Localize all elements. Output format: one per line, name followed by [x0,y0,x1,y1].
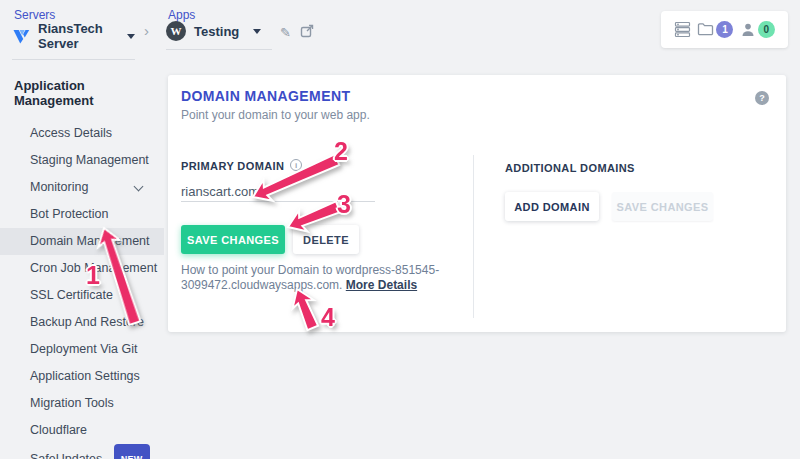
sidebar-title: Application Management [0,60,164,108]
sidebar-item-domain-management[interactable]: Domain Management [0,228,164,255]
help-icon[interactable]: ? [755,91,769,105]
sidebar-item-cloudflare[interactable]: Cloudflare [0,417,164,444]
edit-app-icon[interactable]: ✎ [280,25,291,40]
team-count-badge: 0 [758,21,775,38]
server-name: RiansTech Server [38,21,113,51]
sidebar-item-bot-protection[interactable]: Bot Protection [0,201,164,228]
additional-domains-label: ADDITIONAL DOMAINS [505,162,635,174]
primary-domain-label: PRIMARY DOMAIN [181,160,284,172]
sidebar-item-deployment-via-git[interactable]: Deployment Via Git [0,336,164,363]
more-details-link[interactable]: More Details [346,278,417,292]
sidebar-item-migration-tools[interactable]: Migration Tools [0,390,164,417]
sidebar-item-ssl-certificate[interactable]: SSL Certificate [0,282,164,309]
additional-save-changes-button[interactable]: SAVE CHANGES [612,192,713,221]
sidebar-item-label: SafeUpdates [30,452,102,459]
delete-button[interactable]: DELETE [293,225,359,254]
sidebar-item-backup-and-restore[interactable]: Backup And Restore [0,309,164,336]
top-right-toolbar: 1 0 [661,11,788,48]
sidebar: Application Management Access Details St… [0,60,164,459]
sidebar-item-safeupdates[interactable]: SafeUpdates NEW [0,444,164,459]
domain-pointing-hint: How to point your Domain to wordpress-85… [181,263,489,293]
person-icon [740,22,756,38]
sidebar-item-label: Monitoring [30,180,88,194]
new-badge: NEW [114,444,150,459]
page-title: DOMAIN MANAGEMENT [181,88,350,104]
server-selector[interactable]: RiansTech Server [12,21,135,60]
sidebar-item-cron-job-management[interactable]: Cron Job Management [0,255,164,282]
folder-icon [697,21,714,38]
projects-count-badge: 1 [716,21,733,38]
sidebar-item-application-settings[interactable]: Application Settings [0,363,164,390]
chevron-down-icon [127,34,135,39]
chevron-down-icon [253,29,261,34]
chevron-down-icon [134,182,144,192]
apps-label: Apps [168,8,195,22]
info-icon: i [290,159,302,171]
server-stack-icon [674,21,691,38]
servers-label: Servers [14,8,55,22]
primary-domain-input[interactable] [181,181,375,202]
projects-button[interactable]: 1 [697,21,733,38]
breadcrumb-separator-icon: › [144,22,149,39]
sidebar-item-monitoring[interactable]: Monitoring [0,174,164,201]
wordpress-icon: W [166,21,186,41]
server-provider-icon [12,27,30,45]
save-changes-button[interactable]: SAVE CHANGES [181,225,285,254]
add-domain-button[interactable]: ADD DOMAIN [505,192,599,221]
app-selector[interactable]: W Testing [166,21,272,50]
sidebar-item-access-details[interactable]: Access Details [0,120,164,147]
page-subtitle: Point your domain to your web app. [181,108,370,122]
open-app-icon[interactable] [300,24,314,41]
team-button[interactable]: 0 [740,21,775,38]
server-list-button[interactable] [674,21,691,38]
app-name: Testing [194,24,239,39]
domain-management-panel: DOMAIN MANAGEMENT Point your domain to y… [168,75,786,332]
section-divider [473,155,474,318]
sidebar-item-staging-management[interactable]: Staging Management [0,147,164,174]
